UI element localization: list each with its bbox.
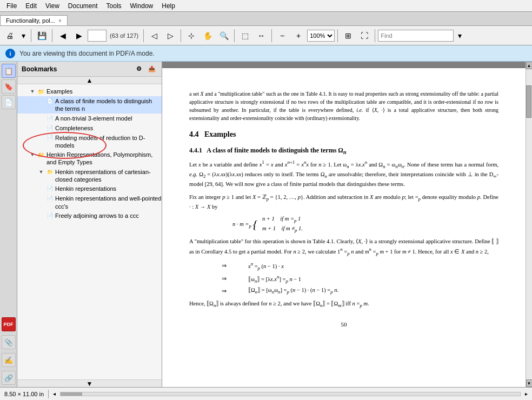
icon-strip: 📋 🔖 📄 PDF 📎 ✍ 🔗	[0, 62, 17, 387]
tree-node-finite-models[interactable]: ▶ 📄 A class of finite models to distingu…	[17, 96, 162, 114]
sidebar-export-button[interactable]: 📤	[147, 64, 157, 75]
tab-bar: Functionality, pol... ×	[0, 12, 532, 26]
scrollbar-thumb[interactable]	[526, 85, 531, 118]
pdf-math-line-1: ⇒ xn =p (n − 1) · x	[222, 261, 498, 272]
save-button[interactable]: 💾	[34, 28, 49, 43]
toolbar: 🖨 ▾ 💾 ◀ ▶ 50 (63 of 127) ◁ ▷ ⊹ ✋ 🔍 ⬚ ↔ −…	[0, 26, 532, 45]
find-dropdown-button[interactable]: ▾	[455, 28, 464, 43]
view-mode-button[interactable]: ⊞	[341, 28, 356, 43]
find-input[interactable]	[378, 30, 454, 42]
bookmarks-strip-icon[interactable]: 📋	[2, 64, 16, 78]
expand-icon-henkin-ccc[interactable]: ▼	[37, 168, 45, 176]
toolbar-separator-4	[181, 29, 181, 42]
pdf-paragraph-1: Let x be a variable and define x1 = x an…	[189, 159, 498, 189]
toolbar-separator-5	[234, 29, 235, 42]
bookmark-icon-7: 📄	[45, 211, 54, 220]
tree-node-henkin-rep[interactable]: ▼ 📁 Henkin Representations, Polymorphism…	[17, 150, 162, 167]
fit-page-button[interactable]: ⬚	[237, 28, 252, 43]
sidebar: Bookmarks ⚙ 📤 ▲ ▼ 📁 Examples ▶ 📄 A class…	[17, 62, 162, 387]
tab-close-button[interactable]: ×	[58, 18, 62, 24]
pdf-view-container: a set X and a "multiplication table" suc…	[162, 62, 532, 387]
tree-label-finite-models: A class of finite models to distinguish …	[54, 97, 162, 113]
clip-strip-icon[interactable]: 🔗	[2, 371, 16, 385]
page-number-input[interactable]: 50	[88, 30, 107, 42]
tree-node-henkin-simple[interactable]: ▶ 📄 Henkin representations	[17, 184, 162, 194]
tree-label-freely-adjoining: Freely adjoining arrows to a ccc	[54, 211, 162, 219]
sidebar-title: Bookmarks	[22, 65, 57, 73]
next-page-button[interactable]: ▶	[71, 28, 87, 43]
select-tool-button[interactable]: ⊹	[184, 28, 199, 43]
fullscreen-button[interactable]: ⛶	[357, 28, 372, 43]
pages-strip-icon[interactable]: 📄	[2, 95, 16, 109]
bookmark-icon-1: 📄	[45, 97, 54, 105]
horizontal-scrollbar[interactable]	[60, 392, 521, 396]
zoom-in-plus-button[interactable]: +	[291, 28, 306, 43]
pdf-scrollbar[interactable]: ▲ ▼	[526, 62, 532, 387]
horizontal-scrollbar-thumb[interactable]	[61, 392, 82, 396]
bookmark-icon-3: 📄	[45, 124, 54, 132]
tab-document[interactable]: Functionality, pol... ×	[0, 15, 68, 25]
tree-node-nontrivial[interactable]: ▶ 📄 A non-trivial 3-element model	[17, 114, 162, 123]
sig-strip-icon[interactable]: ✍	[2, 353, 16, 367]
menu-document[interactable]: Document	[64, 1, 102, 11]
zoom-select[interactable]: 100%	[307, 30, 335, 42]
pdf-math-definition: n · m =p { n + 1 if m =p 1 m + 1 if m ≠p…	[232, 215, 498, 234]
pdf-area[interactable]: a set X and a "multiplication table" suc…	[162, 62, 526, 387]
info-message: You are viewing this document in PDF/A m…	[19, 50, 155, 57]
folder-icon-henkin: 📁	[37, 150, 45, 159]
zoom-in-button[interactable]: 🔍	[216, 28, 231, 43]
tree-node-henkin-wellpointed[interactable]: ▶ 📄 Henkin representations and well-poin…	[17, 194, 162, 211]
tree-node-freely-adjoining[interactable]: ▶ 📄 Freely adjoining arrows to a ccc	[17, 211, 162, 221]
pdf-page: a set X and a "multiplication table" suc…	[162, 68, 526, 387]
tree-node-relating-models[interactable]: ▶ 📄 Relating models of reduction to D-mo…	[17, 133, 162, 150]
prev-page-button[interactable]: ◀	[55, 28, 70, 43]
tree-node-henkin-ccc[interactable]: ▼ 📁 Henkin representations of cartesian-…	[17, 167, 162, 184]
go-back-button[interactable]: ◁	[147, 28, 162, 43]
expand-icon-henkin[interactable]: ▼	[28, 150, 37, 159]
info-bar: i You are viewing this document in PDF/A…	[0, 45, 532, 62]
bookmark-icon-2: 📄	[45, 114, 54, 123]
scrollbar-up-arrow[interactable]: ▲	[526, 62, 533, 69]
menu-bar: File Edit View Document Tools Window Hel…	[0, 0, 532, 12]
menu-edit[interactable]: Edit	[21, 1, 41, 11]
pdf-math-line-2: ⇒ ⟦ωn⟧ = [λx.xn] =p n − 1	[222, 274, 498, 285]
menu-tools[interactable]: Tools	[102, 1, 126, 11]
bookmark-icon-5: 📄	[45, 184, 54, 193]
sidebar-scroll-up[interactable]: ▲	[17, 77, 162, 84]
fit-width-button[interactable]: ↔	[254, 28, 269, 43]
attach-strip-icon[interactable]: 📎	[2, 335, 16, 349]
print-button[interactable]: 🖨	[2, 28, 17, 43]
hand-tool-button[interactable]: ✋	[200, 28, 215, 43]
print-dropdown-button[interactable]: ▾	[18, 28, 28, 43]
tree-label-nontrivial: A non-trivial 3-element model	[54, 114, 162, 122]
pdf-strip-icon[interactable]: PDF	[2, 317, 16, 331]
menu-file[interactable]: File	[2, 1, 21, 11]
pdf-section-title: 4.4 Examples	[189, 129, 498, 140]
pdf-math-lines: ⇒ xn =p (n − 1) · x ⇒ ⟦ωn⟧ = [λx.xn] =p …	[222, 261, 498, 296]
bookmark-icon-6: 📄	[45, 194, 54, 203]
scrollbar-track[interactable]	[526, 69, 532, 379]
sidebar-options-button[interactable]: ⚙	[134, 64, 144, 75]
pdf-header-continuation: a set X and a "multiplication table" suc…	[189, 90, 498, 122]
menu-window[interactable]: Window	[126, 1, 158, 11]
toolbar-separator-1	[31, 29, 31, 42]
go-forward-button[interactable]: ▷	[163, 28, 178, 43]
sidebar-scroll-down[interactable]: ▼	[17, 379, 162, 387]
scrollbar-down-arrow[interactable]: ▼	[526, 379, 533, 387]
pdf-page-number: 50	[189, 320, 498, 329]
tree-label-relating-models: Relating models of reduction to D-models	[54, 134, 162, 150]
status-scroll-right[interactable]: ▸	[525, 391, 528, 397]
expand-icon-examples[interactable]: ▼	[28, 87, 37, 96]
layers-strip-icon[interactable]: 🔖	[2, 79, 16, 94]
menu-view[interactable]: View	[41, 1, 64, 11]
menu-help[interactable]: Help	[157, 1, 179, 11]
tree-label-henkin-ccc: Henkin representations of cartesian-clos…	[54, 168, 162, 184]
expand-spacer-6: ▶	[37, 194, 45, 203]
tree-node-examples[interactable]: ▼ 📁 Examples	[17, 86, 162, 96]
expand-spacer-7: ▶	[37, 211, 45, 220]
zoom-out-button[interactable]: −	[275, 28, 290, 43]
main-area: 📋 🔖 📄 PDF 📎 ✍ 🔗 Bookmarks ⚙ 📤 ▲ ▼ 📁 Exam…	[0, 62, 532, 387]
bookmarks-tree: ▼ 📁 Examples ▶ 📄 A class of finite model…	[17, 84, 162, 379]
tree-node-completeness[interactable]: ▶ 📄 Completeness	[17, 123, 162, 133]
status-scroll-left[interactable]: ◂	[53, 391, 56, 397]
